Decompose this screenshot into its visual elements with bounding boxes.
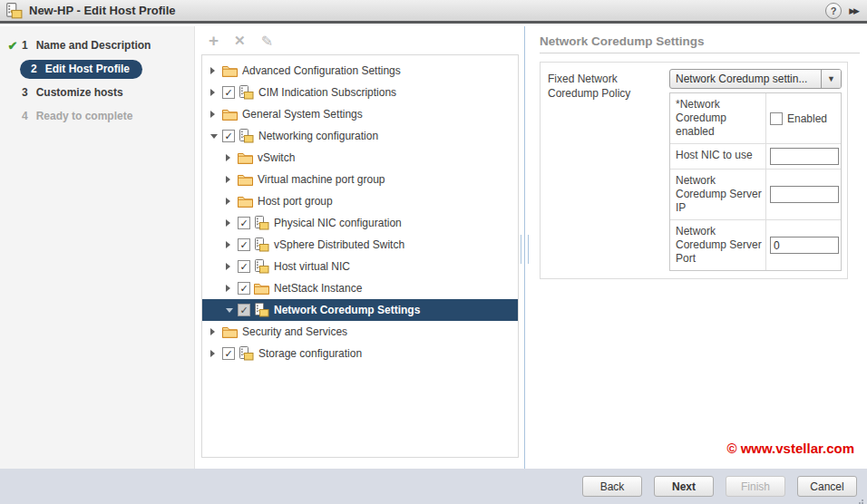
policy-fields-table: *Network Coredump enabledEnabledHost NIC… xyxy=(669,92,842,271)
expand-arrow-icon[interactable] xyxy=(226,219,238,227)
title-bar: New-HP - Edit Host Profile ? ▶▶ xyxy=(0,0,867,24)
collapse-arrow-icon[interactable] xyxy=(226,308,238,313)
tree-item[interactable]: ✓Network Coredump Settings xyxy=(202,299,518,321)
host-nic-to-use-label: Host NIC to use xyxy=(670,144,766,169)
tree-item[interactable]: Virtual machine port group xyxy=(202,169,518,190)
resize-grip-icon[interactable] xyxy=(856,499,858,501)
tree-item[interactable]: ✓Host virtual NIC xyxy=(202,256,518,277)
coredump-settings-form: Fixed Network Coredump Policy Network Co… xyxy=(540,62,848,279)
tree-item[interactable]: Host port group xyxy=(202,190,518,212)
expand-arrow-icon[interactable] xyxy=(226,198,238,205)
tree-item-label: Advanced Configuration Settings xyxy=(242,64,401,77)
tree-item[interactable]: Security and Services xyxy=(202,321,518,343)
expand-arrow-icon[interactable] xyxy=(226,263,238,270)
host-profile-tree: Advanced Configuration Settings✓CIM Indi… xyxy=(201,54,519,458)
cancel-button[interactable]: Cancel xyxy=(797,476,857,497)
tree-item[interactable]: ✓vSphere Distributed Switch xyxy=(202,234,518,256)
help-icon[interactable]: ? xyxy=(825,3,842,19)
tree-item[interactable]: ✓NetStack Instance xyxy=(202,277,518,299)
edit-host-profile-dialog: New-HP - Edit Host Profile ? ▶▶ ✔1Name a… xyxy=(0,0,867,504)
wizard-steps: ✔1Name and Description2Edit Host Profile… xyxy=(0,26,195,469)
tree-item[interactable]: ✓Networking configuration xyxy=(202,125,518,147)
tree-item[interactable]: vSwitch xyxy=(202,147,518,169)
policy-dropdown[interactable]: Network Coredump settin... ▼ xyxy=(669,69,842,89)
host-profile-icon xyxy=(239,85,254,100)
host-profile-icon xyxy=(254,303,269,317)
expand-arrow-icon[interactable] xyxy=(226,176,238,183)
expand-arrow-icon[interactable] xyxy=(210,89,222,96)
field-row: Host NIC to use xyxy=(670,144,841,170)
wizard-step-1[interactable]: ✔1Name and Description xyxy=(0,34,194,57)
tree-item-label: Storage configuration xyxy=(258,347,362,360)
tree-item-label: Security and Services xyxy=(242,325,347,338)
host-nic-to-use-input[interactable] xyxy=(770,148,839,165)
add-icon[interactable]: + xyxy=(209,33,219,49)
back-button[interactable]: Back xyxy=(582,476,642,497)
tree-item[interactable]: General System Settings xyxy=(202,103,518,125)
step-done-check-icon: ✔ xyxy=(4,39,22,53)
tree-item-label: Host virtual NIC xyxy=(274,260,350,273)
window-title: New-HP - Edit Host Profile xyxy=(29,4,176,17)
expand-arrow-icon[interactable] xyxy=(210,328,222,335)
splitter-grip-icon[interactable] xyxy=(521,235,529,264)
folder-icon xyxy=(222,108,238,121)
collapse-arrow-icon[interactable] xyxy=(210,134,222,139)
folder-icon xyxy=(254,282,269,295)
wizard-step-4: 4Ready to complete xyxy=(0,104,194,128)
edit-icon[interactable]: ✎ xyxy=(261,33,273,50)
panel-title-rule xyxy=(540,53,860,53)
tree-item-checkbox[interactable]: ✓ xyxy=(238,304,250,316)
tree-item-label: General System Settings xyxy=(242,108,363,121)
tree-item-label: Physical NIC configuration xyxy=(274,217,402,229)
network-coredump-enabled-checkbox[interactable] xyxy=(770,112,783,125)
field-row: *Network Coredump enabledEnabled xyxy=(670,93,841,144)
tree-item-checkbox[interactable]: ✓ xyxy=(222,347,235,360)
delete-icon[interactable]: ✕ xyxy=(234,33,246,49)
tree-item-label: Network Coredump Settings xyxy=(274,304,420,316)
network-coredump-enabled-label: *Network Coredump enabled xyxy=(670,93,766,143)
panel-splitter[interactable] xyxy=(524,26,525,469)
host-profile-icon xyxy=(254,237,269,252)
host-profile-icon xyxy=(239,346,254,361)
tree-item[interactable]: Advanced Configuration Settings xyxy=(202,60,518,82)
expand-arrow-icon[interactable] xyxy=(226,154,238,161)
network-coredump-server-port-input[interactable] xyxy=(770,237,839,254)
tree-item[interactable]: ✓Storage configuration xyxy=(202,343,518,364)
folder-icon xyxy=(238,151,253,164)
folder-icon xyxy=(238,173,253,186)
expand-arrow-icon[interactable] xyxy=(226,241,238,248)
policy-label: Fixed Network Coredump Policy xyxy=(548,69,669,271)
watermark-text: © www.vstellar.com xyxy=(726,441,854,456)
collapse-panel-icon[interactable]: ▶▶ xyxy=(849,6,860,15)
step-label: 2Edit Host Profile xyxy=(20,60,142,79)
tree-item-checkbox[interactable]: ✓ xyxy=(238,217,250,229)
tree-item-label: vSphere Distributed Switch xyxy=(274,238,404,251)
network-coredump-server-ip-input[interactable] xyxy=(770,186,839,203)
step-label: 4Ready to complete xyxy=(22,110,132,122)
tree-item-checkbox[interactable]: ✓ xyxy=(238,238,250,251)
step-label: 3Customize hosts xyxy=(22,86,123,99)
host-profile-icon xyxy=(254,216,269,230)
tree-item-checkbox[interactable]: ✓ xyxy=(238,282,250,295)
expand-arrow-icon[interactable] xyxy=(210,350,222,357)
wizard-step-2[interactable]: 2Edit Host Profile xyxy=(0,57,194,81)
wizard-step-3[interactable]: 3Customize hosts xyxy=(0,81,194,104)
tree-item-label: Host port group xyxy=(258,195,333,208)
network-coredump-server-ip-label: Network Coredump Server IP xyxy=(670,170,766,219)
tree-item-checkbox[interactable]: ✓ xyxy=(222,86,235,99)
expand-arrow-icon[interactable] xyxy=(226,285,238,292)
tree-item[interactable]: ✓Physical NIC configuration xyxy=(202,212,518,234)
tree-item-label: NetStack Instance xyxy=(274,282,362,295)
chevron-down-icon[interactable]: ▼ xyxy=(821,70,841,88)
tree-toolbar: + ✕ ✎ xyxy=(209,30,273,52)
tree-item[interactable]: ✓CIM Indication Subscriptions xyxy=(202,82,518,103)
expand-arrow-icon[interactable] xyxy=(210,67,222,74)
expand-arrow-icon[interactable] xyxy=(210,111,222,118)
tree-item-checkbox[interactable]: ✓ xyxy=(222,130,235,142)
tree-item-checkbox[interactable]: ✓ xyxy=(238,260,250,273)
folder-icon xyxy=(238,195,253,208)
folder-icon xyxy=(222,64,238,77)
host-profile-icon xyxy=(5,3,23,19)
next-button[interactable]: Next xyxy=(654,476,714,497)
host-profile-icon xyxy=(239,129,254,143)
